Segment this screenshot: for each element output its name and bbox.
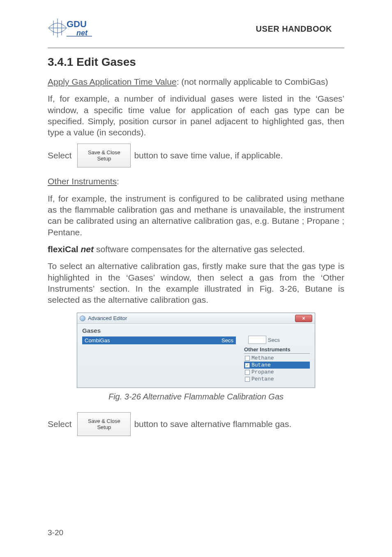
- checkbox-icon[interactable]: ✓: [245, 363, 250, 368]
- logo-text-top: GDU: [67, 19, 87, 29]
- logo-text-bottom: net: [76, 29, 88, 37]
- save-close-setup-button[interactable]: Save & Close Setup: [77, 144, 131, 167]
- close-icon: ×: [302, 316, 305, 321]
- para-example-1: If, for example, a number of individual …: [48, 93, 344, 138]
- gas-name-cell: CombiGas: [82, 337, 211, 344]
- doc-title: USER HANDBOOK: [256, 24, 332, 34]
- select-save-row-1: Select Save & Close Setup button to save…: [48, 144, 344, 167]
- select-suffix-1: button to save time value, if applicable…: [134, 151, 283, 160]
- gdu-net-logo-icon: GDU net: [48, 16, 93, 41]
- other-instrument-label: Butane: [251, 362, 271, 368]
- save-close-label-2: Save & Close: [88, 418, 120, 424]
- section-heading: 3.4.1 Edit Gases: [48, 56, 344, 69]
- select-save-row-2: Select Save & Close Setup button to save…: [48, 412, 344, 436]
- window-title: Advanced Editor: [88, 315, 127, 321]
- page-number: 3-20: [48, 528, 63, 537]
- setup-label-2: Setup: [97, 424, 111, 430]
- other-instrument-item-pentane[interactable]: Pentane: [244, 376, 310, 383]
- other-instrument-label: Propane: [251, 369, 274, 375]
- advanced-editor-window: Advanced Editor × Gases CombiGas Secs: [77, 313, 315, 388]
- other-instruments-colon: :: [117, 176, 119, 186]
- select-prefix-1: Select: [48, 151, 71, 160]
- apply-gas-rest: : (not normally applicable to CombiGas): [177, 77, 328, 86]
- other-instruments-underlined: Other Instruments: [48, 176, 117, 186]
- other-instrument-item-methane[interactable]: Methane: [244, 355, 310, 362]
- flexical-prefix: flexiCal: [48, 244, 81, 254]
- save-close-label: Save & Close: [88, 149, 120, 155]
- gas-row-selected[interactable]: CombiGas Secs: [82, 336, 236, 345]
- page-header: GDU net USER HANDBOOK: [48, 16, 344, 41]
- window-titlebar: Advanced Editor ×: [77, 313, 315, 324]
- secs-label: Secs: [268, 337, 280, 343]
- secs-input[interactable]: [248, 336, 266, 344]
- para-select-alt: To select an alternative calibration gas…: [48, 260, 344, 305]
- other-instruments-label: Other Instruments:: [48, 176, 344, 187]
- window-close-button[interactable]: ×: [295, 315, 312, 322]
- other-instrument-item-butane[interactable]: ✓Butane: [244, 362, 310, 369]
- flexical-rest: software compensates for the alternative…: [94, 244, 305, 254]
- checkbox-icon[interactable]: [245, 356, 250, 361]
- setup-label: Setup: [97, 155, 111, 162]
- other-instruments-heading: Other Instruments: [244, 346, 310, 354]
- other-instruments-list: Methane✓ButanePropanePentane: [244, 355, 310, 383]
- checkbox-icon[interactable]: [245, 377, 250, 382]
- para-apply-gas: Apply Gas Application Time Value: (not n…: [48, 76, 344, 87]
- apply-gas-underlined: Apply Gas Application Time Value: [48, 77, 177, 86]
- other-instrument-label: Pentane: [251, 376, 274, 382]
- window-app-icon: [80, 316, 85, 321]
- select-prefix-2: Select: [48, 419, 71, 429]
- other-instrument-item-propane[interactable]: Propane: [244, 369, 310, 376]
- para-flexical: flexiCal net software compensates for th…: [48, 244, 344, 255]
- save-close-setup-button-2[interactable]: Save & Close Setup: [77, 412, 131, 436]
- select-suffix-2: button to save alternative flammable gas…: [134, 419, 291, 429]
- gases-heading: Gases: [82, 327, 310, 334]
- gas-secs-cell: Secs: [211, 337, 236, 344]
- other-instrument-label: Methane: [251, 355, 274, 361]
- flexical-italic: net: [81, 244, 94, 254]
- para-example-2: If, for example, the instrument is confi…: [48, 193, 344, 238]
- figure-caption: Fig. 3-26 Alternative Flammable Calibrat…: [48, 392, 344, 402]
- gas-list-empty: [82, 345, 236, 356]
- checkbox-icon[interactable]: [245, 370, 250, 375]
- header-rule: [48, 48, 344, 48]
- logo: GDU net: [48, 16, 93, 41]
